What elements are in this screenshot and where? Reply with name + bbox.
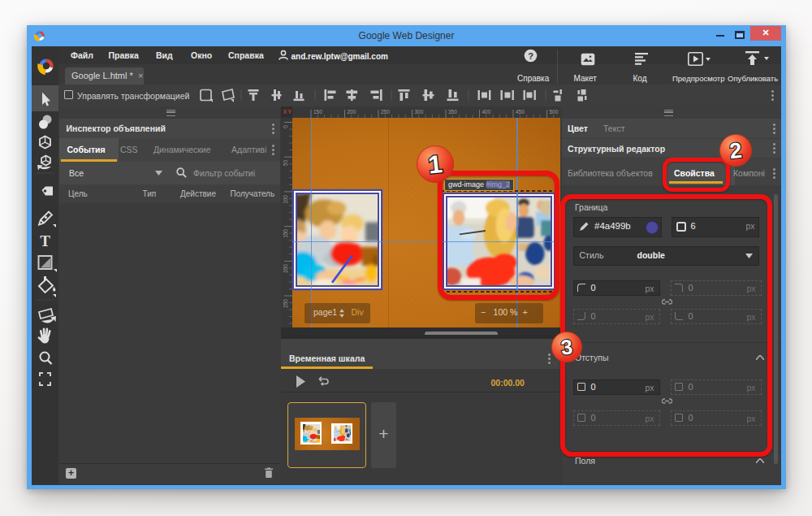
svg-text:500: 500 — [550, 109, 559, 115]
svg-text:250: 250 — [381, 109, 390, 115]
svg-text:100: 100 — [283, 195, 288, 204]
svg-text:3: 3 — [559, 335, 573, 358]
svg-text:450: 450 — [516, 109, 525, 115]
svg-text:50: 50 — [283, 160, 288, 167]
svg-text:200: 200 — [348, 109, 356, 115]
svg-text:200: 200 — [283, 264, 288, 273]
svg-text:2: 2 — [728, 138, 743, 163]
svg-text:150: 150 — [283, 229, 288, 238]
svg-text:T: T — [40, 232, 50, 249]
svg-text:400: 400 — [482, 109, 491, 115]
svg-text:1: 1 — [427, 150, 444, 180]
svg-text:250: 250 — [283, 299, 288, 308]
svg-text:350: 350 — [448, 109, 457, 115]
svg-text:150: 150 — [313, 109, 322, 115]
svg-text:?: ? — [528, 51, 533, 61]
svg-text:0: 0 — [283, 125, 288, 128]
svg-text:300: 300 — [415, 109, 424, 115]
